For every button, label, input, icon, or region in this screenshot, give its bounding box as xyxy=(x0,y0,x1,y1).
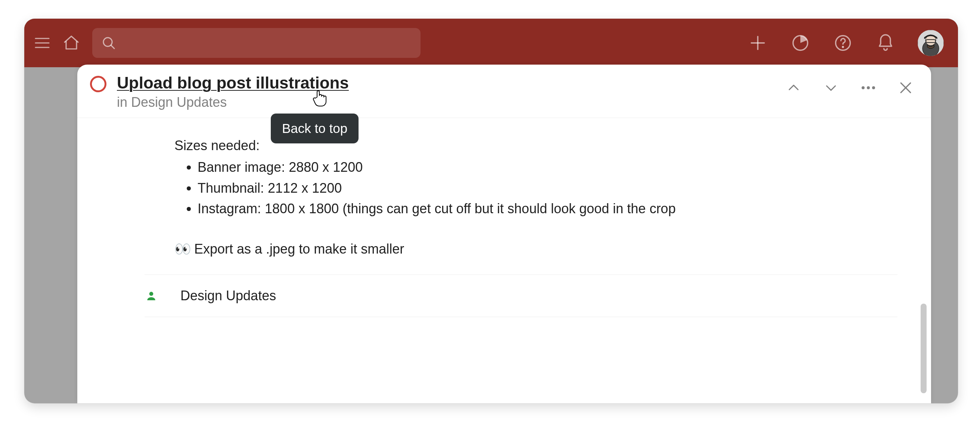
svg-line-4 xyxy=(111,45,114,49)
task-context-prefix: in xyxy=(117,94,131,110)
task-checkbox[interactable] xyxy=(90,76,107,92)
list-item: Thumbnail: 2112 x 1200 xyxy=(197,178,897,198)
project-label: Design Updates xyxy=(180,286,276,306)
topbar xyxy=(24,19,958,67)
description-note: 👀Export as a .jpeg to make it smaller xyxy=(174,239,897,259)
list-item: Instagram: 1800 x 1800 (things can get c… xyxy=(197,199,897,218)
task-context-project: Design Updates xyxy=(131,94,227,110)
search-field[interactable] xyxy=(124,36,412,50)
chevron-up-icon xyxy=(786,80,801,95)
avatar[interactable] xyxy=(918,30,944,56)
svg-point-16 xyxy=(872,86,875,89)
close-button[interactable] xyxy=(897,79,915,97)
pointer-cursor-icon xyxy=(312,88,328,109)
app-window: Upload blog post illustrations in Design… xyxy=(24,19,958,403)
svg-point-14 xyxy=(862,86,865,89)
previous-task-button[interactable] xyxy=(785,79,803,97)
topbar-right xyxy=(747,30,950,56)
home-icon[interactable] xyxy=(61,32,82,53)
divider xyxy=(145,317,897,317)
productivity-icon[interactable] xyxy=(790,32,811,53)
tooltip-back-to-top: Back to top xyxy=(271,113,358,143)
more-horizontal-icon xyxy=(859,79,877,97)
description-list: Banner image: 2880 x 1200 Thumbnail: 211… xyxy=(174,158,897,218)
panel-header: Upload blog post illustrations in Design… xyxy=(77,65,931,118)
menu-icon[interactable] xyxy=(32,32,52,53)
help-icon[interactable] xyxy=(832,32,853,53)
notifications-icon[interactable] xyxy=(875,32,896,53)
description-note-text: Export as a .jpeg to make it smaller xyxy=(194,241,404,256)
svg-point-15 xyxy=(867,86,870,89)
search-icon xyxy=(101,35,116,50)
person-icon xyxy=(145,290,158,302)
close-icon xyxy=(897,80,914,96)
eyes-emoji: 👀 xyxy=(174,241,191,256)
task-description[interactable]: Sizes needed: Banner image: 2880 x 1200 … xyxy=(77,118,931,403)
task-detail-panel: Upload blog post illustrations in Design… xyxy=(77,65,931,403)
panel-header-actions xyxy=(785,73,915,97)
svg-point-19 xyxy=(150,291,153,296)
add-icon[interactable] xyxy=(747,32,768,53)
project-row[interactable]: Design Updates xyxy=(145,275,897,317)
list-item: Banner image: 2880 x 1200 xyxy=(197,158,897,177)
svg-point-9 xyxy=(843,47,844,48)
next-task-button[interactable] xyxy=(822,79,840,97)
search-input[interactable] xyxy=(92,28,420,58)
scrollbar-thumb[interactable] xyxy=(921,304,927,393)
more-actions-button[interactable] xyxy=(859,79,877,97)
chevron-down-icon xyxy=(824,80,838,95)
